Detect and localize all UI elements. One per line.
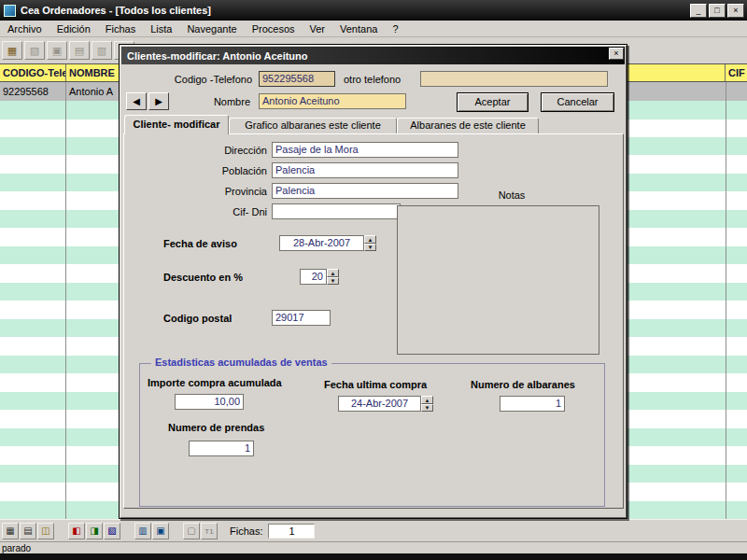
- grid-icon: ▣: [156, 525, 164, 536]
- tab-cliente-modificar[interactable]: Cliente- modificar: [124, 115, 229, 134]
- header-cif[interactable]: CIF: [726, 64, 747, 81]
- cancelar-button[interactable]: Cancelar: [541, 92, 614, 112]
- header-codigo-telefono[interactable]: CODIGO-Telefo: [0, 64, 66, 81]
- albaranes-label: Numero de albaranes: [471, 379, 575, 390]
- app-window: Cea Ordenadores - [Todos los clientes] _…: [0, 0, 747, 560]
- chart-icon: ▥: [138, 525, 147, 536]
- menu-item-edicion[interactable]: Edición: [49, 21, 98, 36]
- flag-green-button[interactable]: ◨: [86, 523, 103, 539]
- chart-button[interactable]: ▥: [134, 523, 151, 539]
- stats-groupbox: Estadisticas acumuladas de ventas Import…: [139, 363, 605, 507]
- cif-dni-field[interactable]: [272, 203, 401, 219]
- poblacion-label: Población: [172, 165, 267, 176]
- copy-button[interactable]: ▣: [47, 41, 67, 60]
- status-bar: parado: [0, 541, 747, 553]
- client-edit-dialog: Clientes-modificar: Antonio Aceituno × C…: [119, 44, 627, 519]
- spin-up-button[interactable]: ▲: [327, 269, 339, 277]
- menu-bar: Archivo Edición Fichas Lista Navegante P…: [0, 21, 747, 37]
- spin-down-button[interactable]: ▼: [421, 404, 433, 412]
- codigo-telefono-field[interactable]: 952295568: [259, 71, 335, 87]
- spin-down-button[interactable]: ▼: [364, 244, 376, 251]
- albaranes-field[interactable]: 1: [500, 396, 565, 412]
- menu-item-procesos[interactable]: Procesos: [245, 21, 303, 36]
- spin-up-button[interactable]: ▲: [421, 396, 433, 404]
- flag-red-icon: ◧: [72, 525, 80, 536]
- fecha-aviso-field[interactable]: 28-Abr-2007: [279, 235, 364, 251]
- prev-record-button[interactable]: ◀: [126, 92, 147, 110]
- menu-item-archivo[interactable]: Archivo: [0, 21, 49, 36]
- paste-button[interactable]: ▤: [69, 41, 90, 60]
- flag-blue-button[interactable]: ▧: [104, 523, 120, 539]
- flag-red-button[interactable]: ◧: [68, 523, 85, 539]
- fecha-ultima-stepper: ▲ ▼: [421, 396, 433, 412]
- minimize-button[interactable]: _: [690, 4, 707, 18]
- menu-item-ventana[interactable]: Ventana: [332, 21, 385, 36]
- window-titlebar[interactable]: Cea Ordenadores - [Todos los clientes] _…: [0, 0, 747, 21]
- tab-albaranes-cliente[interactable]: Albaranes de este cliente: [397, 118, 539, 133]
- paste-icon: ▤: [75, 45, 84, 56]
- fecha-aviso-label: Fecha de aviso: [163, 238, 237, 249]
- blank-icon: ▢: [187, 525, 195, 536]
- tab-grafico-albaranes[interactable]: Grafico albaranes este cliente: [229, 118, 397, 133]
- row-codigo-cell: 92295568: [0, 82, 66, 101]
- descuento-field[interactable]: 20: [300, 269, 327, 285]
- flag-green-icon: ◨: [90, 525, 98, 536]
- aceptar-button[interactable]: Aceptar: [457, 92, 529, 112]
- blank-button[interactable]: ▢: [183, 523, 200, 539]
- next-record-icon: ▶: [155, 96, 162, 106]
- codigo-postal-label: Codigo postal: [163, 313, 232, 324]
- text-tool-icon: T1: [204, 527, 213, 536]
- screen-bottom-strip: [0, 553, 747, 560]
- list-icon: ▤: [23, 525, 32, 536]
- importe-field[interactable]: 10,00: [175, 394, 244, 410]
- menu-item-lista[interactable]: Lista: [143, 21, 179, 36]
- spin-down-button[interactable]: ▼: [327, 277, 339, 285]
- table-button[interactable]: ▦: [2, 523, 19, 539]
- mail-icon: ◫: [41, 525, 49, 536]
- otro-telefono-field[interactable]: [420, 71, 608, 87]
- spin-up-button[interactable]: ▲: [364, 235, 376, 244]
- descuento-label: Descuento en %: [163, 272, 243, 283]
- grid-button[interactable]: ▣: [152, 523, 169, 539]
- nombre-label: Nombre: [177, 96, 250, 107]
- mail-button[interactable]: ◫: [37, 523, 54, 539]
- print-button[interactable]: ▥: [92, 41, 112, 60]
- poblacion-field[interactable]: Palencia: [272, 162, 458, 178]
- descuento-stepper: ▲ ▼: [327, 269, 339, 285]
- print-icon: ▥: [97, 45, 106, 56]
- prendas-field[interactable]: 1: [189, 441, 254, 456]
- text-tool-button[interactable]: T1: [201, 523, 218, 539]
- menu-item-fichas[interactable]: Fichas: [98, 21, 143, 36]
- new-record-icon: ▦: [7, 45, 17, 56]
- menu-item-navegante[interactable]: Navegante: [179, 21, 244, 36]
- fecha-ultima-field[interactable]: 24-Abr-2007: [338, 396, 421, 412]
- stats-group-title: Estadisticas acumuladas de ventas: [151, 357, 331, 368]
- status-text: parado: [2, 543, 31, 553]
- close-button[interactable]: ×: [727, 4, 744, 18]
- fecha-ultima-label: Fecha ultima compra: [324, 379, 427, 390]
- prendas-label: Numero de prendas: [168, 422, 264, 433]
- direccion-label: Dirección: [172, 145, 267, 156]
- nombre-field[interactable]: Antonio Aceituno: [259, 93, 406, 109]
- menu-item-ver[interactable]: Ver: [303, 21, 333, 36]
- provincia-field[interactable]: Palencia: [272, 183, 458, 199]
- dialog-titlebar[interactable]: Clientes-modificar: Antonio Aceituno: [121, 47, 625, 64]
- new-record-button[interactable]: ▦: [2, 41, 22, 60]
- codigo-postal-field[interactable]: 29017: [272, 310, 331, 326]
- column-divider: [65, 82, 66, 519]
- flag-blue-icon: ▧: [107, 525, 116, 536]
- otro-telefono-label: otro telefono: [344, 74, 401, 85]
- cut-button[interactable]: ▧: [24, 41, 45, 60]
- fecha-aviso-stepper: ▲ ▼: [364, 235, 376, 251]
- direccion-field[interactable]: Pasaje de la Mora: [272, 142, 458, 158]
- dialog-close-button[interactable]: ×: [609, 48, 624, 60]
- notas-label: Notas: [465, 189, 558, 201]
- fichas-count-field: 1: [268, 524, 315, 539]
- table-icon: ▦: [6, 525, 14, 536]
- next-record-button[interactable]: ▶: [148, 92, 169, 110]
- notas-field[interactable]: [397, 205, 599, 355]
- list-button[interactable]: ▤: [20, 523, 36, 539]
- menu-item-help[interactable]: ?: [385, 21, 405, 36]
- caption-buttons: _ □ ×: [690, 4, 747, 18]
- maximize-button[interactable]: □: [709, 4, 726, 18]
